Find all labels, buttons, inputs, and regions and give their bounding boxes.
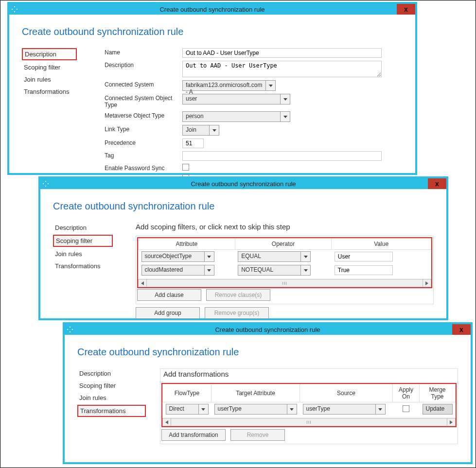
col-apply: Apply On — [393, 384, 420, 402]
col-merge: Merge Type — [420, 384, 456, 402]
nav-join-rules[interactable]: Join rules — [77, 393, 108, 403]
svg-marker-22 — [201, 408, 205, 411]
titlebar[interactable]: Create outbound synchronization rule x — [9, 4, 415, 15]
svg-marker-24 — [378, 408, 382, 411]
chevron-down-icon — [300, 265, 310, 275]
apply-once-checkbox[interactable] — [403, 405, 409, 412]
svg-marker-7 — [212, 129, 216, 132]
svg-marker-26 — [450, 420, 453, 424]
scroll-right-icon[interactable] — [447, 418, 455, 426]
col-target: Target Attribute — [212, 384, 300, 402]
titlebar[interactable]: Create outbound synchronization rule x — [40, 178, 446, 189]
filter-row: sourceObjectType EQUAL — [139, 250, 431, 264]
horizontal-scrollbar[interactable]: III — [162, 418, 456, 426]
svg-marker-17 — [425, 281, 428, 285]
label-precedence: Precedence — [105, 139, 182, 146]
label-name: Name — [105, 48, 182, 56]
add-transformation-button[interactable]: Add transformation — [161, 429, 226, 441]
target-attribute-select[interactable]: userType — [214, 404, 297, 415]
scoping-filter-panel: Attribute Operator Value sourceObjectTyp… — [137, 237, 432, 288]
scroll-right-icon[interactable] — [423, 279, 431, 287]
flowtype-select[interactable]: Direct — [166, 404, 209, 415]
svg-marker-16 — [141, 281, 144, 285]
scroll-left-icon[interactable] — [163, 418, 171, 426]
wizard-nav: Description Scoping filter Join rules Tr… — [77, 368, 160, 444]
svg-marker-5 — [283, 98, 287, 101]
transformation-row: Direct userType userType Update — [163, 402, 456, 416]
operator-select[interactable]: EQUAL — [238, 251, 311, 262]
csot-select[interactable]: user — [182, 94, 290, 104]
window-description: Create outbound synchronization rule x C… — [7, 2, 417, 175]
col-flowtype: FlowType — [163, 384, 212, 402]
nav-transformations[interactable]: Transformations — [22, 87, 71, 97]
label-link-type: Link Type — [105, 125, 182, 133]
nav-join-rules[interactable]: Join rules — [53, 249, 84, 259]
window-scoping-filter: Create outbound synchronization rule x C… — [38, 176, 448, 320]
source-select[interactable]: userType — [303, 404, 386, 415]
description-input[interactable]: Out to AAD - User UserType — [182, 61, 382, 77]
window-title: Create outbound synchronization rule — [9, 6, 415, 13]
attribute-select[interactable]: sourceObjectType — [141, 251, 214, 262]
value-input[interactable] — [335, 252, 393, 261]
nav-description[interactable]: Description — [22, 48, 77, 60]
link-type-select[interactable]: Join — [182, 125, 219, 136]
nav-scoping-filter[interactable]: Scoping filter — [22, 62, 62, 72]
value-input[interactable] — [335, 265, 393, 275]
titlebar[interactable]: Create outbound synchronization rule x — [65, 324, 471, 335]
nav-transformations[interactable]: Transformations — [53, 261, 102, 271]
remove-group-button[interactable]: Remove group(s) — [205, 307, 269, 319]
label-eps: Enable Password Sync — [105, 164, 182, 172]
enable-password-sync-checkbox[interactable] — [182, 164, 189, 171]
tag-input[interactable] — [182, 151, 382, 161]
description-form: Name Description Out to AAD - User UserT… — [105, 48, 403, 185]
add-clause-button[interactable]: Add clause — [137, 289, 201, 301]
merge-type-select[interactable]: Update — [423, 404, 453, 415]
label-tag: Tag — [105, 151, 182, 159]
chevron-down-icon — [204, 265, 214, 275]
horizontal-scrollbar[interactable]: III — [138, 279, 431, 287]
col-source: Source — [300, 384, 393, 402]
mvot-select[interactable]: person — [182, 111, 290, 122]
nav-scoping-filter[interactable]: Scoping filter — [53, 235, 113, 247]
svg-marker-12 — [207, 256, 211, 258]
remove-clause-button[interactable]: Remove clause(s) — [206, 289, 270, 301]
transformations-panel: FlowType Target Attribute Source Apply O… — [161, 383, 457, 427]
name-input[interactable] — [182, 48, 382, 58]
label-description: Description — [105, 61, 182, 69]
svg-marker-13 — [304, 256, 308, 258]
col-value: Value — [332, 239, 431, 250]
window-title: Create outbound synchronization rule — [65, 326, 471, 333]
nav-description[interactable]: Description — [53, 223, 88, 233]
chevron-down-icon — [209, 125, 219, 135]
add-group-button[interactable]: Add group — [136, 307, 200, 319]
remove-transformation-button[interactable]: Remove — [230, 429, 285, 441]
precedence-input[interactable] — [182, 139, 204, 148]
col-attribute: Attribute — [139, 239, 235, 250]
operator-select[interactable]: NOTEQUAL — [238, 265, 311, 276]
label-csot: Connected System Object Type — [105, 94, 182, 108]
chevron-down-icon — [265, 81, 275, 90]
svg-marker-6 — [283, 116, 287, 118]
nav-scoping-filter[interactable]: Scoping filter — [77, 381, 118, 391]
svg-marker-23 — [290, 408, 294, 411]
svg-marker-4 — [269, 85, 273, 87]
attribute-select[interactable]: cloudMastered — [141, 265, 214, 276]
label-mvot: Metaverse Object Type — [105, 111, 182, 119]
section-title: Add scoping filters, or click next to sk… — [136, 223, 434, 231]
page-heading: Create outbound synchronization rule — [77, 347, 458, 358]
label-connected-system: Connected System — [105, 80, 182, 88]
chevron-down-icon — [375, 404, 385, 414]
wizard-nav: Description Scoping filter Join rules Tr… — [53, 223, 136, 319]
svg-marker-15 — [304, 269, 308, 272]
window-title: Create outbound synchronization rule — [40, 180, 446, 188]
chevron-down-icon — [300, 252, 310, 261]
nav-transformations[interactable]: Transformations — [77, 405, 146, 417]
svg-marker-25 — [165, 420, 168, 424]
section-title: Add transformations — [161, 370, 457, 378]
chevron-down-icon — [198, 404, 208, 414]
connected-system-select[interactable]: fabrikam123.onmicrosoft.com - A — [182, 80, 276, 91]
page-heading: Create outbound synchronization rule — [53, 201, 434, 212]
scroll-left-icon[interactable] — [139, 279, 147, 287]
nav-join-rules[interactable]: Join rules — [22, 74, 53, 85]
nav-description[interactable]: Description — [77, 368, 113, 379]
